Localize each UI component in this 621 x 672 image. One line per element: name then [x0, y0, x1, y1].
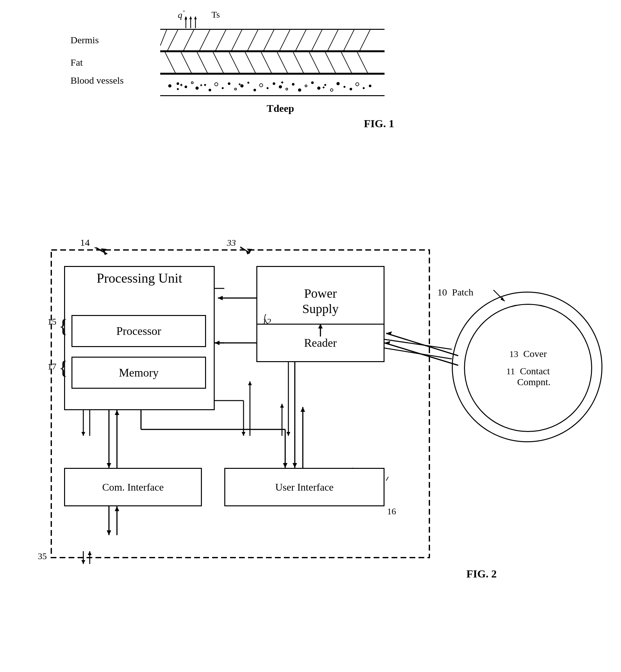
svg-line-23 — [213, 52, 224, 73]
dermis-layer: Dermis — [160, 29, 401, 51]
svg-point-43 — [228, 82, 231, 85]
svg-line-128 — [386, 333, 458, 356]
svg-line-14 — [295, 30, 306, 50]
svg-line-25 — [245, 52, 256, 73]
svg-point-44 — [235, 88, 237, 90]
svg-marker-127 — [384, 341, 390, 345]
svg-point-64 — [363, 87, 365, 89]
svg-line-26 — [261, 52, 273, 73]
svg-line-13 — [279, 30, 290, 50]
fig1-area: q"s Ts Dermis — [96, 10, 449, 130]
svg-line-20 — [165, 52, 176, 73]
cover-text: Cover — [523, 348, 547, 359]
label-33: 33 — [227, 238, 236, 248]
svg-line-136 — [240, 247, 250, 253]
label-11-inline: 11 — [506, 366, 515, 376]
patch-outer-circle: 13 Cover 11 Contact Compnt. — [452, 292, 603, 442]
dermis-label: Dermis — [71, 35, 99, 45]
svg-point-35 — [177, 88, 179, 90]
svg-marker-129 — [386, 331, 392, 335]
svg-marker-5 — [194, 16, 197, 19]
svg-marker-133 — [115, 506, 119, 511]
svg-point-33 — [168, 84, 171, 87]
svg-text:✦: ✦ — [238, 82, 242, 87]
svg-marker-111 — [215, 341, 219, 345]
svg-line-30 — [325, 52, 336, 73]
label-17: 17 — [47, 362, 56, 372]
svg-line-31 — [341, 52, 353, 73]
svg-point-53 — [292, 83, 294, 86]
svg-line-21 — [181, 52, 192, 73]
upward-arrows — [183, 16, 208, 30]
reader-box: Reader — [256, 324, 384, 362]
svg-marker-79 — [81, 432, 85, 436]
label-16: 16 — [387, 506, 396, 516]
fig1-title: FIG. 1 — [160, 118, 394, 130]
user-interface-box: User Interface — [224, 468, 384, 506]
svg-line-74 — [240, 248, 250, 253]
svg-line-28 — [293, 52, 304, 73]
fig1-diagram: q"s Ts Dermis — [160, 10, 401, 130]
svg-point-52 — [286, 88, 288, 90]
svg-line-18 — [359, 30, 370, 50]
svg-point-59 — [330, 89, 333, 91]
svg-line-16 — [327, 30, 338, 50]
svg-line-22 — [197, 52, 208, 73]
user-interface-label: User Interface — [275, 481, 334, 493]
svg-point-49 — [266, 87, 268, 89]
svg-marker-121 — [283, 463, 287, 468]
svg-point-56 — [311, 81, 314, 84]
svg-line-134 — [96, 247, 107, 254]
fat-layer: Fat — [160, 51, 401, 74]
com-interface-box: Com. Interface — [64, 468, 202, 506]
svg-text:✦: ✦ — [199, 83, 203, 88]
svg-point-55 — [305, 85, 307, 87]
svg-marker-125 — [300, 407, 305, 412]
cover-label-area: 13 Cover — [509, 348, 547, 359]
processor-label: Processor — [116, 324, 161, 338]
svg-point-54 — [298, 88, 301, 92]
svg-point-57 — [317, 87, 321, 90]
svg-marker-75 — [247, 249, 252, 253]
fat-box — [160, 51, 384, 74]
svg-marker-3 — [190, 16, 192, 19]
svg-line-27 — [277, 52, 288, 73]
svg-point-60 — [336, 82, 340, 85]
processing-unit-box: Processing Unit 15 { Processor 17 { Memo… — [64, 266, 215, 410]
processing-unit-title: Processing Unit — [65, 270, 214, 286]
memory-box: Memory — [72, 357, 206, 389]
blood-vessels-box: ✦ ✦ ✦ ✦ ✦ — [160, 74, 384, 96]
svg-line-12 — [263, 30, 274, 50]
svg-marker-115 — [107, 463, 111, 468]
svg-point-46 — [247, 82, 249, 84]
fig2-area: 14 33 Processing Unit 15 { Processor 17 … — [19, 218, 618, 586]
label-15: 15 — [47, 317, 56, 327]
contact-text-line2: Compnt. — [517, 377, 550, 387]
svg-line-9 — [215, 30, 226, 50]
com-interface-label: Com. Interface — [102, 481, 164, 493]
svg-line-29 — [309, 52, 321, 73]
svg-marker-131 — [107, 530, 111, 535]
svg-text:✦: ✦ — [179, 82, 183, 88]
svg-point-65 — [369, 85, 371, 87]
ts-label: Ts — [211, 10, 220, 20]
cover-circle: 13 Cover 11 Contact Compnt. — [464, 304, 592, 432]
svg-line-8 — [199, 30, 210, 50]
svg-text:✦: ✦ — [322, 85, 326, 90]
label-14: 14 — [80, 237, 90, 248]
svg-point-42 — [222, 87, 224, 89]
fig2-title: FIG. 2 — [466, 568, 497, 580]
tdeep-label: Tdeep — [160, 102, 401, 114]
svg-marker-109 — [218, 296, 223, 300]
svg-point-62 — [349, 88, 352, 90]
svg-point-36 — [184, 86, 187, 88]
svg-marker-102 — [81, 560, 85, 564]
dermis-box — [160, 29, 384, 51]
svg-marker-117 — [115, 410, 119, 415]
svg-marker-137 — [246, 250, 250, 254]
svg-marker-87 — [286, 432, 290, 436]
svg-line-10 — [231, 30, 242, 50]
svg-point-38 — [196, 87, 199, 90]
label-35: 35 — [38, 551, 47, 561]
svg-point-40 — [209, 89, 211, 91]
